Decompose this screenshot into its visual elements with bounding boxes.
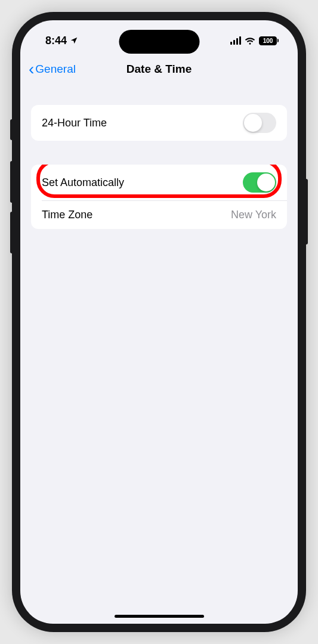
navigation-bar: ‹ General Date & Time bbox=[20, 55, 298, 83]
page-title: Date & Time bbox=[126, 63, 192, 76]
battery-level: 100 bbox=[263, 38, 273, 44]
toggle-24-hour-time[interactable] bbox=[243, 113, 276, 133]
home-indicator[interactable] bbox=[115, 615, 204, 618]
phone-frame: 8:44 100 bbox=[12, 12, 306, 632]
settings-group-2: Set Automatically Time Zone New York bbox=[31, 165, 287, 229]
status-right: 100 bbox=[230, 36, 279, 45]
row-label: Set Automatically bbox=[42, 177, 124, 189]
toggle-knob bbox=[257, 174, 275, 191]
screen: 8:44 100 bbox=[20, 20, 298, 624]
dynamic-island bbox=[119, 30, 199, 54]
power-button bbox=[305, 179, 308, 244]
row-label: Time Zone bbox=[42, 209, 92, 221]
status-time: 8:44 bbox=[45, 35, 67, 47]
back-button[interactable]: ‹ General bbox=[29, 60, 76, 79]
toggle-set-automatically[interactable] bbox=[243, 172, 276, 193]
cellular-signal-icon bbox=[230, 36, 241, 45]
chevron-left-icon: ‹ bbox=[29, 60, 34, 79]
row-set-automatically[interactable]: Set Automatically bbox=[31, 165, 287, 200]
row-time-zone[interactable]: Time Zone New York bbox=[42, 200, 287, 229]
settings-group-1: 24-Hour Time bbox=[31, 105, 287, 141]
toggle-knob bbox=[244, 114, 262, 132]
battery-icon: 100 bbox=[259, 36, 279, 45]
location-icon bbox=[70, 36, 78, 45]
volume-up-button bbox=[10, 161, 13, 203]
row-label: 24-Hour Time bbox=[42, 117, 107, 129]
silent-switch bbox=[10, 119, 13, 140]
back-label: General bbox=[35, 63, 76, 76]
row-value: New York bbox=[231, 209, 276, 221]
volume-down-button bbox=[10, 212, 13, 253]
wifi-icon bbox=[245, 36, 255, 45]
row-24-hour-time[interactable]: 24-Hour Time bbox=[31, 105, 287, 141]
status-left: 8:44 bbox=[45, 35, 78, 47]
